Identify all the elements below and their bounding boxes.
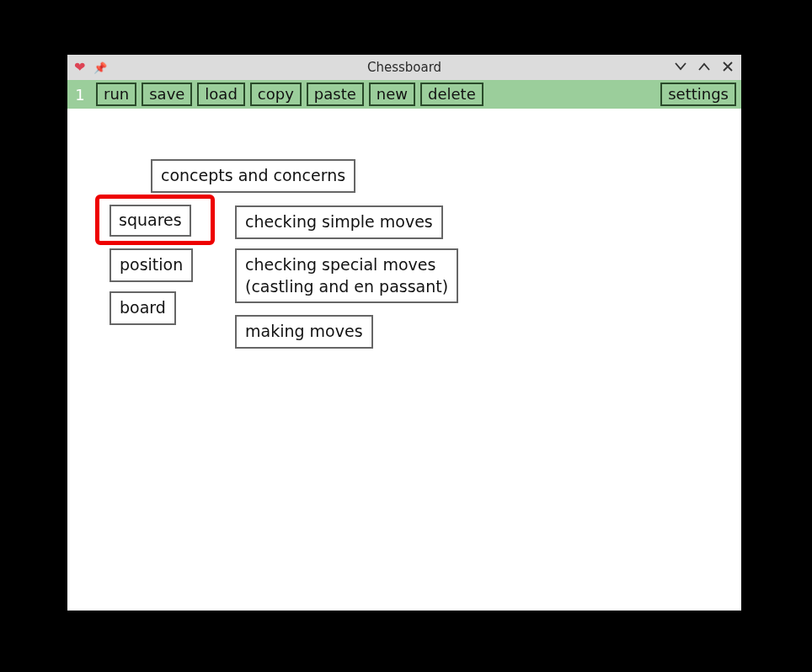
heart-icon[interactable]: ❤ — [74, 61, 85, 74]
close-icon[interactable] — [721, 61, 735, 75]
maximize-icon[interactable] — [697, 61, 711, 74]
window-controls — [674, 61, 735, 75]
load-button[interactable]: load — [197, 83, 244, 107]
pin-icon[interactable]: 📌 — [93, 62, 107, 73]
node-simple-moves[interactable]: checking simple moves — [235, 205, 443, 239]
node-position[interactable]: position — [110, 248, 193, 282]
new-button[interactable]: new — [369, 83, 415, 107]
window-title: Chessboard — [367, 60, 441, 75]
minimize-icon[interactable] — [674, 61, 687, 74]
delete-button[interactable]: delete — [420, 83, 483, 107]
node-squares[interactable]: squares — [110, 205, 191, 237]
node-root[interactable]: concepts and concerns — [151, 159, 355, 193]
titlebar-left: ❤ 📌 — [74, 61, 107, 74]
copy-button[interactable]: copy — [250, 83, 302, 107]
line-number: 1 — [67, 80, 93, 109]
app-window: ❤ 📌 Chessboard 1 run save load copy past… — [67, 55, 741, 611]
run-button[interactable]: run — [96, 83, 136, 107]
titlebar: ❤ 📌 Chessboard — [67, 55, 741, 80]
node-squares-inner: squares — [110, 205, 191, 237]
node-special-moves[interactable]: checking special moves (castling and en … — [235, 248, 458, 303]
node-making-moves[interactable]: making moves — [235, 315, 373, 349]
toolbar-buttons-left: run save load copy paste new delete — [93, 83, 483, 107]
node-board[interactable]: board — [110, 291, 176, 325]
canvas[interactable]: concepts and concerns squares position b… — [67, 109, 741, 611]
toolbar: 1 run save load copy paste new delete se… — [67, 80, 741, 109]
paste-button[interactable]: paste — [307, 83, 364, 107]
settings-button[interactable]: settings — [660, 83, 736, 107]
save-button[interactable]: save — [142, 83, 192, 107]
